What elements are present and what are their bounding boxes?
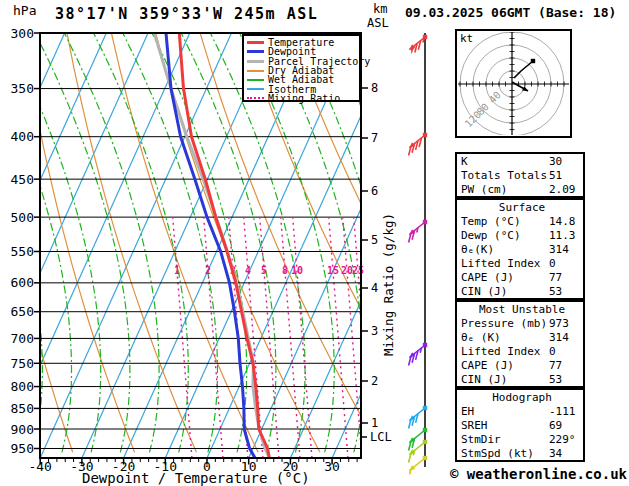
svg-text:850: 850 (11, 401, 34, 416)
svg-text:950: 950 (11, 441, 34, 456)
panel-row-value: 0 (549, 345, 583, 359)
indices-panel: K30Totals Totals51PW (cm)2.09 (455, 152, 585, 198)
panel-row-label: Dewp (°C) (461, 229, 549, 243)
panel-row: StmSpd (kt)34 (461, 447, 583, 461)
svg-text:600: 600 (11, 275, 34, 290)
panel-row: CIN (J)53 (461, 373, 583, 387)
svg-text:350: 350 (11, 81, 34, 96)
panel-header: Surface (461, 201, 583, 215)
panel-row-label: EH (461, 405, 549, 419)
legend-swatch-dry-adiabat (247, 70, 264, 72)
panel-row-value: 14.8 (549, 215, 583, 229)
panel-row-value: 11.3 (549, 229, 583, 243)
svg-text:1: 1 (174, 265, 180, 276)
panel-row-label: CIN (J) (461, 285, 549, 299)
panel-row-label: θₑ (K) (461, 331, 549, 345)
km-axis-unit: km (373, 2, 387, 16)
svg-text:550: 550 (11, 244, 34, 259)
panel-row-value: 77 (549, 271, 583, 285)
wind-barb-column (409, 33, 428, 474)
panel-row: EH-111 (461, 405, 583, 419)
svg-text:1: 1 (371, 416, 378, 430)
legend-swatch-mixing-ratio (247, 97, 264, 99)
panel-row-label: StmDir (461, 433, 549, 447)
sounding-page: 1234581015202530035040045050055060065070… (0, 0, 629, 486)
panel-row-value: 30 (549, 155, 583, 169)
panel-row-value: 53 (549, 373, 583, 387)
legend-item: Mixing Ratio (247, 94, 359, 103)
panel-row-label: Lifted Index (461, 345, 549, 359)
panel-row: Lifted Index0 (461, 257, 583, 271)
svg-text:4: 4 (245, 265, 251, 276)
panel-row: θₑ(K)314 (461, 243, 583, 257)
panel-row: SREH69 (461, 419, 583, 433)
svg-text:30: 30 (324, 459, 340, 474)
svg-text:5: 5 (261, 265, 267, 276)
panel-row-value: 53 (549, 285, 583, 299)
panel-row: Temp (°C)14.8 (461, 215, 583, 229)
valid-time-label: 09.03.2025 06GMT (Base: 18) (405, 5, 616, 20)
svg-text:700: 700 (11, 331, 34, 346)
svg-text:2: 2 (371, 374, 378, 388)
panel-row: Totals Totals51 (461, 169, 583, 183)
panel-row-label: K (461, 155, 549, 169)
asl-axis-unit: ASL (367, 16, 389, 30)
mixing-ratio-axis-title: Mixing Ratio (g/kg) (381, 213, 396, 356)
legend-label: Mixing Ratio (268, 94, 340, 103)
legend-swatch-dewpoint (247, 50, 264, 53)
panel-row: StmDir229° (461, 433, 583, 447)
svg-text:15: 15 (327, 265, 339, 276)
panel-row: PW (cm)2.09 (461, 183, 583, 197)
panel-row-label: CAPE (J) (461, 271, 549, 285)
indices-panel-surface: SurfaceTemp (°C)14.8Dewp (°C)11.3θₑ(K)31… (455, 198, 585, 300)
panel-row-label: PW (cm) (461, 183, 549, 197)
svg-text:450: 450 (11, 172, 34, 187)
svg-text:25: 25 (352, 265, 364, 276)
wet-adiabat-line (152, 33, 247, 452)
panel-row-label: CAPE (J) (461, 359, 549, 373)
svg-text:3: 3 (371, 324, 378, 338)
panel-row-value: 973 (549, 317, 583, 331)
panel-row-value: 34 (549, 447, 583, 461)
lcl-label: LCL (370, 430, 392, 444)
svg-text:5: 5 (371, 233, 378, 247)
panel-row: Lifted Index0 (461, 345, 583, 359)
legend-swatch-isotherm (247, 88, 264, 90)
dry-adiabat-line (0, 33, 11, 452)
panel-row: CAPE (J)77 (461, 271, 583, 285)
panel-row-label: Temp (°C) (461, 215, 549, 229)
svg-text:4: 4 (371, 281, 378, 295)
legend-swatch-wet-adiabat (247, 79, 264, 81)
panel-row: K30 (461, 155, 583, 169)
legend-swatch-temperature (247, 41, 264, 44)
panel-row: Pressure (mb)973 (461, 317, 583, 331)
panel-row-label: StmSpd (kt) (461, 447, 549, 461)
panel-row: CAPE (J)77 (461, 359, 583, 373)
copyright-link[interactable]: © weatheronline.co.uk (450, 466, 627, 482)
panel-row-value: 51 (549, 169, 583, 183)
svg-text:750: 750 (11, 356, 34, 371)
temperature-axis-title: Dewpoint / Temperature (°C) (82, 470, 310, 486)
indices-panel-most-unstable: Most UnstablePressure (mb)973θₑ (K)314Li… (455, 300, 585, 388)
pressure-axis-unit: hPa (13, 3, 36, 18)
svg-text:650: 650 (11, 304, 34, 319)
hodograph-unit-label: kt (460, 32, 473, 45)
panel-row-label: SREH (461, 419, 549, 433)
svg-text:800: 800 (11, 379, 34, 394)
svg-text:8: 8 (371, 81, 378, 95)
panel-row-value: 69 (549, 419, 583, 433)
svg-text:400: 400 (11, 129, 34, 144)
panel-row: θₑ (K)314 (461, 331, 583, 345)
panel-row-value: 77 (549, 359, 583, 373)
panel-row-value: 314 (549, 331, 583, 345)
panel-row: CIN (J)53 (461, 285, 583, 299)
svg-text:500: 500 (11, 210, 34, 225)
panel-row-value: 229° (549, 433, 583, 447)
station-title: 38°17'N 359°33'W 245m ASL (55, 5, 318, 23)
svg-text:900: 900 (11, 422, 34, 437)
panel-header: Most Unstable (461, 303, 583, 317)
svg-text:8: 8 (282, 265, 288, 276)
svg-text:2: 2 (205, 265, 211, 276)
legend-label: Wet Adiabat (268, 75, 334, 84)
svg-text:7: 7 (371, 131, 378, 145)
